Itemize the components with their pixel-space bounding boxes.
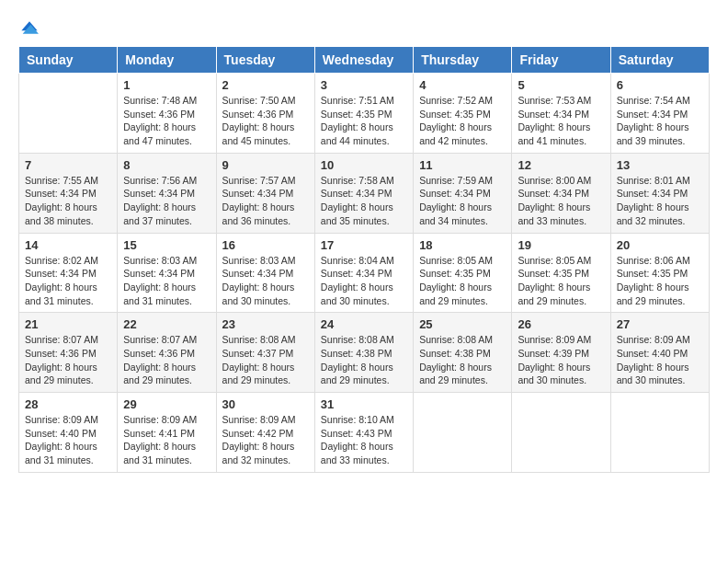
calendar-cell: 17Sunrise: 8:04 AM Sunset: 4:34 PM Dayli… (314, 233, 413, 313)
day-header-tuesday: Tuesday (216, 47, 314, 74)
day-number: 2 (222, 78, 309, 92)
calendar-cell: 15Sunrise: 8:03 AM Sunset: 4:34 PM Dayli… (118, 233, 216, 313)
day-number: 14 (25, 238, 111, 252)
day-number: 10 (321, 158, 407, 172)
day-number: 15 (123, 238, 210, 252)
calendar-cell: 19Sunrise: 8:05 AM Sunset: 4:35 PM Dayli… (512, 233, 610, 313)
day-info: Sunrise: 7:55 AM Sunset: 4:34 PM Dayligh… (25, 174, 111, 228)
day-info: Sunrise: 8:09 AM Sunset: 4:40 PM Dayligh… (617, 333, 703, 387)
calendar-cell: 4Sunrise: 7:52 AM Sunset: 4:35 PM Daylig… (414, 74, 512, 154)
day-info: Sunrise: 8:09 AM Sunset: 4:39 PM Dayligh… (518, 333, 604, 387)
day-number: 17 (321, 238, 407, 252)
day-number: 30 (222, 397, 309, 411)
calendar-cell: 1Sunrise: 7:48 AM Sunset: 4:36 PM Daylig… (118, 74, 216, 154)
day-number: 22 (123, 317, 210, 331)
day-number: 20 (617, 238, 703, 252)
day-info: Sunrise: 8:00 AM Sunset: 4:34 PM Dayligh… (518, 174, 604, 228)
day-number: 12 (518, 158, 604, 172)
day-number: 3 (321, 78, 407, 92)
day-info: Sunrise: 8:09 AM Sunset: 4:42 PM Dayligh… (222, 413, 309, 467)
day-info: Sunrise: 7:50 AM Sunset: 4:36 PM Dayligh… (222, 94, 309, 148)
day-info: Sunrise: 8:08 AM Sunset: 4:38 PM Dayligh… (321, 333, 407, 387)
day-header-thursday: Thursday (414, 47, 512, 74)
calendar-cell: 22Sunrise: 8:07 AM Sunset: 4:36 PM Dayli… (118, 313, 216, 393)
calendar-cell: 23Sunrise: 8:08 AM Sunset: 4:37 PM Dayli… (216, 313, 314, 393)
day-number: 28 (25, 397, 111, 411)
calendar-cell: 11Sunrise: 7:59 AM Sunset: 4:34 PM Dayli… (414, 153, 512, 233)
calendar-cell: 13Sunrise: 8:01 AM Sunset: 4:34 PM Dayli… (610, 153, 709, 233)
calendar-cell: 6Sunrise: 7:54 AM Sunset: 4:34 PM Daylig… (610, 74, 709, 154)
day-number: 31 (321, 397, 407, 411)
day-info: Sunrise: 7:51 AM Sunset: 4:35 PM Dayligh… (321, 94, 407, 148)
day-number: 4 (419, 78, 506, 92)
calendar-cell: 14Sunrise: 8:02 AM Sunset: 4:34 PM Dayli… (19, 233, 118, 313)
day-number: 25 (419, 317, 506, 331)
day-info: Sunrise: 8:06 AM Sunset: 4:35 PM Dayligh… (617, 254, 703, 308)
calendar-cell: 10Sunrise: 7:58 AM Sunset: 4:34 PM Dayli… (314, 153, 413, 233)
day-number: 19 (518, 238, 604, 252)
day-number: 7 (25, 158, 111, 172)
calendar-week-row: 14Sunrise: 8:02 AM Sunset: 4:34 PM Dayli… (19, 233, 710, 313)
day-info: Sunrise: 7:48 AM Sunset: 4:36 PM Dayligh… (123, 94, 210, 148)
day-number: 13 (617, 158, 703, 172)
day-info: Sunrise: 8:08 AM Sunset: 4:38 PM Dayligh… (419, 333, 506, 387)
calendar-cell: 12Sunrise: 8:00 AM Sunset: 4:34 PM Dayli… (512, 153, 610, 233)
calendar-cell: 25Sunrise: 8:08 AM Sunset: 4:38 PM Dayli… (414, 313, 512, 393)
day-info: Sunrise: 8:02 AM Sunset: 4:34 PM Dayligh… (25, 254, 111, 308)
day-header-monday: Monday (118, 47, 216, 74)
day-info: Sunrise: 7:58 AM Sunset: 4:34 PM Dayligh… (321, 174, 407, 228)
calendar-cell: 7Sunrise: 7:55 AM Sunset: 4:34 PM Daylig… (19, 153, 118, 233)
day-info: Sunrise: 7:52 AM Sunset: 4:35 PM Dayligh… (419, 94, 506, 148)
calendar-cell: 8Sunrise: 7:56 AM Sunset: 4:34 PM Daylig… (118, 153, 216, 233)
calendar-cell: 21Sunrise: 8:07 AM Sunset: 4:36 PM Dayli… (19, 313, 118, 393)
day-number: 16 (222, 238, 309, 252)
day-number: 6 (617, 78, 703, 92)
day-info: Sunrise: 7:56 AM Sunset: 4:34 PM Dayligh… (123, 174, 210, 228)
day-info: Sunrise: 8:01 AM Sunset: 4:34 PM Dayligh… (617, 174, 703, 228)
logo-icon (20, 18, 39, 37)
day-header-sunday: Sunday (19, 47, 118, 74)
calendar-cell: 31Sunrise: 8:10 AM Sunset: 4:43 PM Dayli… (314, 393, 413, 473)
calendar-cell: 24Sunrise: 8:08 AM Sunset: 4:38 PM Dayli… (314, 313, 413, 393)
calendar-cell: 20Sunrise: 8:06 AM Sunset: 4:35 PM Dayli… (610, 233, 709, 313)
calendar-week-row: 28Sunrise: 8:09 AM Sunset: 4:40 PM Dayli… (19, 393, 710, 473)
day-info: Sunrise: 8:03 AM Sunset: 4:34 PM Dayligh… (123, 254, 210, 308)
day-number: 8 (123, 158, 210, 172)
day-number: 24 (321, 317, 407, 331)
calendar-cell: 16Sunrise: 8:03 AM Sunset: 4:34 PM Dayli… (216, 233, 314, 313)
day-number: 29 (123, 397, 210, 411)
day-info: Sunrise: 8:07 AM Sunset: 4:36 PM Dayligh… (123, 333, 210, 387)
day-info: Sunrise: 8:09 AM Sunset: 4:40 PM Dayligh… (25, 413, 111, 467)
day-info: Sunrise: 8:04 AM Sunset: 4:34 PM Dayligh… (321, 254, 407, 308)
day-number: 23 (222, 317, 309, 331)
day-number: 27 (617, 317, 703, 331)
day-header-friday: Friday (512, 47, 610, 74)
calendar-cell (19, 74, 118, 154)
calendar-week-row: 7Sunrise: 7:55 AM Sunset: 4:34 PM Daylig… (19, 153, 710, 233)
calendar-cell: 18Sunrise: 8:05 AM Sunset: 4:35 PM Dayli… (414, 233, 512, 313)
day-info: Sunrise: 8:05 AM Sunset: 4:35 PM Dayligh… (419, 254, 506, 308)
day-number: 11 (419, 158, 506, 172)
day-number: 26 (518, 317, 604, 331)
day-number: 9 (222, 158, 309, 172)
day-header-saturday: Saturday (610, 47, 709, 74)
calendar-cell: 5Sunrise: 7:53 AM Sunset: 4:34 PM Daylig… (512, 74, 610, 154)
calendar-cell: 29Sunrise: 8:09 AM Sunset: 4:41 PM Dayli… (118, 393, 216, 473)
day-number: 5 (518, 78, 604, 92)
calendar-cell: 26Sunrise: 8:09 AM Sunset: 4:39 PM Dayli… (512, 313, 610, 393)
calendar-cell: 30Sunrise: 8:09 AM Sunset: 4:42 PM Dayli… (216, 393, 314, 473)
day-info: Sunrise: 8:03 AM Sunset: 4:34 PM Dayligh… (222, 254, 309, 308)
day-info: Sunrise: 8:05 AM Sunset: 4:35 PM Dayligh… (518, 254, 604, 308)
day-info: Sunrise: 8:10 AM Sunset: 4:43 PM Dayligh… (321, 413, 407, 467)
calendar-cell: 27Sunrise: 8:09 AM Sunset: 4:40 PM Dayli… (610, 313, 709, 393)
day-number: 1 (123, 78, 210, 92)
calendar-cell: 28Sunrise: 8:09 AM Sunset: 4:40 PM Dayli… (19, 393, 118, 473)
calendar-header-row: SundayMondayTuesdayWednesdayThursdayFrid… (19, 47, 710, 74)
day-info: Sunrise: 8:08 AM Sunset: 4:37 PM Dayligh… (222, 333, 309, 387)
calendar-cell (610, 393, 709, 473)
calendar-cell: 3Sunrise: 7:51 AM Sunset: 4:35 PM Daylig… (314, 74, 413, 154)
day-header-wednesday: Wednesday (314, 47, 413, 74)
page-header (18, 18, 710, 37)
day-number: 18 (419, 238, 506, 252)
day-info: Sunrise: 7:54 AM Sunset: 4:34 PM Dayligh… (617, 94, 703, 148)
